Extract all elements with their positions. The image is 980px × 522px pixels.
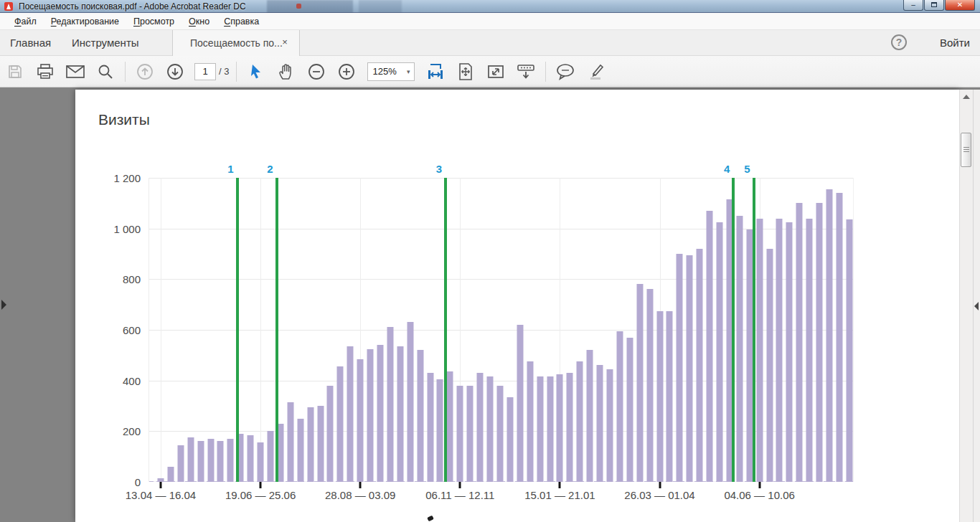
bar <box>437 379 443 482</box>
bar <box>258 442 264 482</box>
x-tick-label: 19.06 — 25.06 <box>225 489 296 501</box>
bar <box>606 369 613 482</box>
x-tick-mark <box>659 482 661 488</box>
tab-bar: Главная Инструменты Посещаемость по... × <box>0 30 980 56</box>
bar <box>268 431 274 482</box>
x-tick-mark <box>758 482 760 488</box>
bar <box>487 376 494 482</box>
x-tick-label: 28.08 — 03.09 <box>325 489 395 501</box>
sign-in-button[interactable]: Войти <box>940 37 970 49</box>
bar <box>697 249 703 482</box>
hand-tool-icon[interactable] <box>274 61 298 82</box>
menu-item[interactable]: Просмотр <box>126 14 182 29</box>
maximize-icon <box>931 2 937 7</box>
x-tick-mark <box>459 482 461 488</box>
vertical-scrollbar[interactable] <box>959 90 973 522</box>
menu-item[interactable]: Справка <box>217 14 266 29</box>
toolbar-separator <box>236 62 237 82</box>
bar <box>567 373 573 482</box>
marker-line <box>732 178 735 482</box>
close-button[interactable]: ✕ <box>945 0 975 11</box>
page-down-icon[interactable] <box>163 61 187 82</box>
email-icon[interactable] <box>63 61 88 82</box>
menu-item[interactable]: Редактирование <box>44 14 126 29</box>
menu-item[interactable]: Окно <box>182 14 217 29</box>
zoom-out-icon[interactable] <box>304 61 329 82</box>
y-tick-label: 1 200 <box>113 172 141 184</box>
bar <box>496 386 503 482</box>
fit-width-icon[interactable] <box>423 61 448 82</box>
tab-home[interactable]: Главная <box>10 30 51 56</box>
bar <box>687 255 693 482</box>
scrollbar-thumb[interactable] <box>961 133 971 167</box>
marker-line <box>444 178 447 482</box>
help-icon[interactable]: ? <box>891 34 907 50</box>
bar <box>327 386 334 482</box>
right-pane-toggle-icon[interactable] <box>974 302 979 310</box>
bar <box>707 211 713 482</box>
tab-close-icon[interactable]: × <box>279 37 291 48</box>
comment-icon[interactable] <box>553 61 578 82</box>
bar <box>467 386 473 482</box>
highlight-icon[interactable] <box>583 61 608 82</box>
acrobat-window: Посещаемость поисковая.pdf - Adobe Acrob… <box>0 0 980 522</box>
bar <box>347 346 354 482</box>
bar <box>677 254 683 482</box>
save-icon[interactable] <box>3 61 27 82</box>
menu-item[interactable]: Файл <box>7 14 44 29</box>
bar <box>187 437 194 482</box>
marker-line <box>236 178 239 482</box>
actual-size-icon[interactable] <box>453 61 478 82</box>
marker-label: 1 <box>227 163 233 175</box>
x-tick-mark <box>559 482 561 488</box>
bar <box>277 424 283 482</box>
bar <box>507 397 513 482</box>
marker-line <box>753 178 755 482</box>
title-bar[interactable]: Посещаемость поисковая.pdf - Adobe Acrob… <box>0 0 980 13</box>
bar <box>357 359 364 482</box>
zoom-level-select[interactable]: 125% ▾ <box>367 62 415 81</box>
toolbar-separator <box>125 62 126 82</box>
scroll-mode-icon[interactable] <box>514 61 538 82</box>
bar <box>796 203 803 482</box>
y-tick-label: 600 <box>123 324 141 336</box>
page-up-icon[interactable] <box>133 61 157 82</box>
zoom-in-icon[interactable] <box>334 61 359 82</box>
bar <box>776 219 783 482</box>
print-icon[interactable] <box>33 61 57 82</box>
gridline-horizontal <box>149 178 853 179</box>
y-tick-label: 200 <box>123 425 141 437</box>
bar <box>337 366 344 482</box>
search-icon[interactable] <box>93 61 118 82</box>
page-count-label: / 3 <box>219 66 229 77</box>
minimize-button[interactable]: – <box>903 0 923 11</box>
menu-bar: ФайлРедактированиеПросмотрОкноСправка <box>0 13 980 30</box>
window-controls: – ✕ <box>903 0 975 11</box>
navigation-pane-toggle-icon[interactable] <box>1 300 6 310</box>
bar <box>167 467 174 482</box>
bar <box>517 325 523 482</box>
document-toolbar: / 3 125% ▾ <box>0 56 980 87</box>
scroll-up-icon[interactable] <box>960 91 973 103</box>
document-tab-label: Посещаемость по... <box>190 30 283 56</box>
fullscreen-icon[interactable] <box>484 61 508 82</box>
marker-label: 4 <box>724 163 730 175</box>
bar <box>537 376 543 482</box>
maximize-button[interactable] <box>924 0 944 11</box>
select-tool-icon[interactable] <box>244 61 268 82</box>
bar <box>457 386 463 482</box>
x-tick-mark <box>159 482 161 488</box>
y-tick-label: 1 000 <box>113 222 141 234</box>
right-pane-strip <box>973 90 980 522</box>
bar <box>766 249 773 482</box>
zoom-level-value: 125% <box>372 66 406 77</box>
pdf-page[interactable]: Визиты 02004006008001 0001 20013.04 — 16… <box>75 90 959 522</box>
tab-tools[interactable]: Инструменты <box>72 30 139 56</box>
gridline-vertical <box>260 178 261 482</box>
bar <box>786 222 793 482</box>
marker-label: 3 <box>436 163 442 175</box>
page-number-input[interactable] <box>194 63 216 80</box>
bar <box>597 365 603 482</box>
tab-document[interactable]: Посещаемость по... × <box>172 30 300 56</box>
bar <box>297 419 303 482</box>
